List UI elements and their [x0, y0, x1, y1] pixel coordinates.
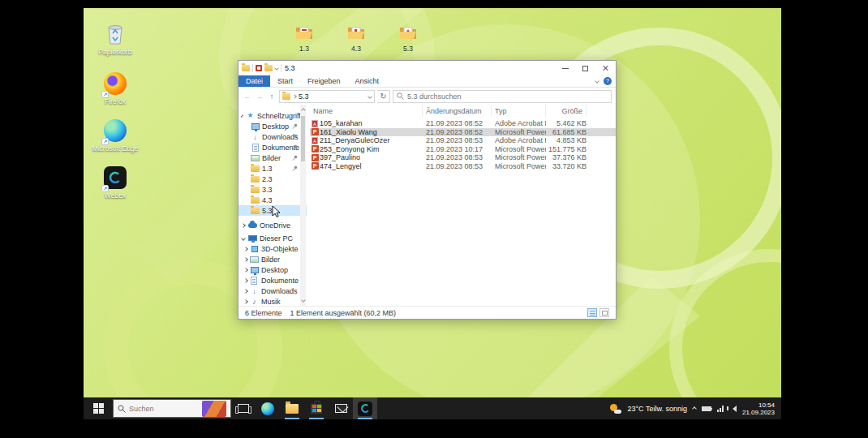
sidebar-item-pc-downloads[interactable]: ↓ Downloads — [238, 286, 307, 296]
forward-button[interactable]: → — [255, 92, 264, 101]
column-header-date[interactable]: Änderungsdatum — [423, 105, 492, 117]
desktop-icon-firefox[interactable]: ↗ Firefox — [90, 71, 140, 105]
tab-start[interactable]: Start — [270, 75, 300, 87]
file-row[interactable]: 253_Eonyong Kim 21.09.2023 10:17 Microso… — [310, 145, 616, 154]
chevron-down-icon[interactable] — [241, 236, 246, 241]
back-button[interactable]: ← — [243, 92, 252, 101]
taskbar-explorer-button[interactable] — [280, 397, 304, 419]
expand-ribbon-icon[interactable] — [595, 79, 599, 84]
title-bar[interactable]: 5.3 — [238, 61, 616, 75]
maximize-button[interactable] — [575, 61, 595, 75]
scrollbar-thumb[interactable] — [301, 116, 305, 161]
properties-icon[interactable] — [256, 65, 262, 71]
minimize-icon — [562, 68, 569, 69]
sidebar-item-folder-3-3[interactable]: 3.3 — [238, 184, 307, 195]
edge-icon — [261, 402, 274, 415]
chevron-right-icon[interactable] — [243, 299, 248, 304]
taskbar-search-box[interactable] — [113, 399, 231, 418]
sidebar-item-dokumente[interactable]: Dokumente — [238, 142, 307, 152]
sidebar-item-dieser-pc[interactable]: Dieser PC — [238, 233, 307, 243]
volume-icon[interactable] — [729, 406, 737, 412]
sidebar-item-3d-objekte[interactable]: 3D-Objekte — [238, 243, 307, 254]
help-icon[interactable]: ? — [604, 77, 612, 85]
address-dropdown-icon[interactable] — [367, 94, 372, 99]
refresh-button[interactable]: ↻ — [377, 90, 390, 103]
up-button[interactable]: ↑ — [267, 92, 277, 101]
desktop-folder-shortcut[interactable]: 5.3 — [392, 24, 424, 53]
desktop-icon-edge[interactable]: ↗ Microsoft Edge — [90, 118, 140, 152]
minimize-button[interactable] — [555, 61, 575, 75]
sidebar-item-quick-access[interactable]: ★ Schnellzugriff — [238, 110, 307, 121]
desktop-folder-shortcut[interactable]: 1.3 — [288, 24, 320, 53]
sidebar-item-folder-1-3[interactable]: 1.3 — [238, 163, 307, 174]
tab-datei[interactable]: Datei — [238, 75, 270, 87]
chevron-right-icon[interactable] — [241, 223, 246, 228]
chevron-right-icon[interactable] — [243, 289, 248, 294]
taskbar-mail-button[interactable] — [329, 397, 353, 419]
column-header-type[interactable]: Typ — [492, 105, 546, 117]
file-row[interactable]: 397_Paulino 21.09.2023 08:53 Microsoft P… — [310, 153, 616, 162]
sidebar-item-desktop[interactable]: Desktop — [238, 121, 307, 131]
weather-icon[interactable] — [610, 404, 621, 414]
pin-icon — [292, 165, 298, 171]
chevron-right-icon[interactable] — [243, 257, 248, 262]
sidebar-item-onedrive[interactable]: OneDrive — [238, 220, 307, 230]
recycle-bin-icon — [103, 23, 127, 47]
thumbnail-view-button[interactable] — [599, 308, 609, 317]
desktop-folder-shortcut[interactable]: 4.3 — [340, 24, 372, 53]
customize-toolbar-icon[interactable] — [274, 66, 279, 71]
tab-ansicht[interactable]: Ansicht — [348, 75, 387, 87]
search-highlight-image[interactable] — [202, 401, 226, 417]
chevron-right-icon[interactable] — [243, 247, 248, 251]
folder-icon — [251, 164, 260, 173]
show-hidden-icons-chevron[interactable] — [692, 406, 697, 411]
explorer-search-box[interactable] — [393, 90, 612, 103]
sidebar-item-downloads[interactable]: ↓ Downloads — [238, 131, 307, 142]
file-row[interactable]: 105_karahan 21.09.2023 08:52 Adobe Acrob… — [310, 119, 616, 128]
taskbar-search-input[interactable] — [129, 405, 186, 413]
taskbar-store-button[interactable] — [304, 397, 329, 419]
breadcrumb-path[interactable]: 5.3 — [299, 92, 309, 101]
item-count: 6 Elemente — [245, 309, 282, 317]
column-header-size[interactable]: Größe — [546, 105, 587, 117]
explorer-search-input[interactable] — [407, 92, 608, 101]
windows-logo-icon — [93, 403, 104, 414]
sidebar-item-folder-4-3[interactable]: 4.3 — [238, 195, 307, 205]
start-button[interactable] — [84, 397, 113, 419]
desktop-icon-recycle-bin[interactable]: Papierkorb — [90, 23, 140, 56]
file-row[interactable]: 474_Lengyel 21.09.2023 08:53 Microsoft P… — [310, 162, 616, 171]
file-row-selected[interactable]: 161_Xiaolu Wang 21.09.2023 08:52 Microso… — [310, 128, 616, 137]
file-row[interactable]: 211_DeryaGulecOzer 21.09.2023 08:53 Adob… — [310, 136, 616, 145]
tab-freigeben[interactable]: Freigeben — [300, 75, 348, 87]
sidebar-scrollbar[interactable] — [300, 105, 306, 306]
folder-icon — [251, 206, 260, 215]
scroll-up-icon[interactable] — [301, 108, 306, 113]
file-explorer-icon — [286, 404, 299, 414]
details-view-button[interactable] — [587, 308, 597, 317]
scroll-down-icon[interactable] — [301, 298, 306, 303]
battery-icon[interactable] — [702, 406, 711, 411]
chevron-right-icon[interactable] — [243, 268, 248, 273]
taskbar-clock[interactable]: 10:54 21.09.2023 — [742, 402, 775, 416]
folder-icon — [251, 195, 260, 204]
taskbar-webex-button[interactable] — [353, 397, 377, 419]
sidebar-item-folder-5-3[interactable]: 5.3 — [238, 205, 307, 216]
desktop-icon-webex[interactable]: ↗ Webex — [90, 165, 140, 200]
sidebar-item-pc-desktop[interactable]: Desktop — [238, 264, 307, 275]
sidebar-item-folder-2-3[interactable]: 2.3 — [238, 174, 307, 184]
close-button[interactable] — [595, 61, 616, 75]
column-header-name[interactable]: Name — [310, 105, 423, 117]
onedrive-cloud-icon — [248, 221, 257, 230]
chevron-down-icon[interactable] — [241, 114, 244, 118]
taskbar-edge-button[interactable] — [256, 397, 280, 419]
chevron-right-icon[interactable] — [243, 278, 248, 283]
task-view-button[interactable] — [231, 397, 256, 419]
sidebar-item-bilder[interactable]: Bilder — [238, 152, 307, 163]
new-folder-icon[interactable] — [264, 65, 273, 71]
network-icon[interactable] — [717, 406, 724, 412]
address-box[interactable]: 5.3 — [279, 90, 375, 103]
sidebar-item-pc-dokumente[interactable]: Dokumente — [238, 275, 307, 286]
documents-icon — [250, 276, 259, 285]
weather-text[interactable]: 23°C Teilw. sonnig — [627, 405, 686, 413]
sidebar-item-pc-bilder[interactable]: Bilder — [238, 254, 307, 264]
